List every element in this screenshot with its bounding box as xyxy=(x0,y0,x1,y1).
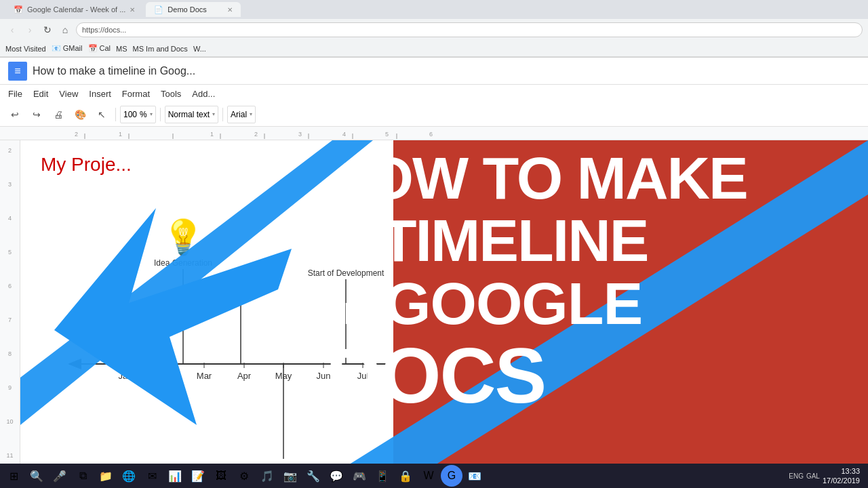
tab-calendar-close[interactable]: ✕ xyxy=(130,6,135,14)
docs-toolbar: ↩ ↪ 🖨 🎨 ↖ 100% ▾ Normal text ▾ Arial ▾ xyxy=(0,102,868,127)
menu-file[interactable]: File xyxy=(8,89,22,99)
browser-button[interactable]: 🌐 xyxy=(118,465,140,487)
menu-edit[interactable]: Edit xyxy=(33,89,48,99)
docs-header: ≡ How to make a timeline in Goog... xyxy=(0,58,868,85)
email-button[interactable]: 📧 xyxy=(464,465,486,487)
zoom-select[interactable]: 100% ▾ xyxy=(120,106,156,123)
app10-button[interactable]: 🔒 xyxy=(395,465,416,487)
menu-tools[interactable]: Tools xyxy=(161,89,181,99)
taskbar-layout: GAL xyxy=(806,472,820,480)
lightbulb-icon: 💡 xyxy=(162,217,205,258)
app7-button[interactable]: 💬 xyxy=(326,465,347,487)
redo-button[interactable]: ↪ xyxy=(27,105,46,124)
reload-button[interactable]: ↻ xyxy=(41,23,54,37)
bookmark-gmail[interactable]: 📧 GMail xyxy=(52,44,83,53)
doc-area: 2 3 4 5 6 7 8 9 10 11 12 My Proje... 💡 I… xyxy=(0,140,868,464)
address-text: https://docs... xyxy=(82,26,126,34)
menu-format[interactable]: Format xyxy=(122,89,150,99)
taskview-button[interactable]: ⧉ xyxy=(72,465,94,487)
svg-text:1: 1 xyxy=(210,131,214,138)
menu-addons[interactable]: Add... xyxy=(192,89,215,99)
toolbar-sep-2 xyxy=(160,108,161,121)
month-nov: Nov xyxy=(513,371,529,381)
calendar-tab-icon: 📅 xyxy=(14,5,23,14)
docs-menu-bar: File Edit View Insert Format Tools Add..… xyxy=(0,85,868,102)
month-dec: Dec xyxy=(552,371,568,381)
bookmark-most-visited[interactable]: Most Visited xyxy=(5,45,46,53)
svg-text:5: 5 xyxy=(385,131,389,138)
app6-button[interactable]: 🔧 xyxy=(302,465,324,487)
home-button[interactable]: ⌂ xyxy=(58,23,72,37)
font-select[interactable]: Arial ▾ xyxy=(227,106,256,123)
app1-button[interactable]: 📝 xyxy=(187,465,209,487)
month-feb: Feb xyxy=(157,371,172,381)
taskbar-right: ENG GAL 13:33 17/02/2019 xyxy=(789,466,865,486)
bookmark-w[interactable]: W... xyxy=(193,45,206,53)
idea-selection-label: Idea Selection xyxy=(215,279,267,288)
svg-text:2: 2 xyxy=(254,131,258,138)
app8-button[interactable]: 🎮 xyxy=(349,465,370,487)
app2-button[interactable]: 🖼 xyxy=(210,465,232,487)
back-button[interactable]: ‹ xyxy=(5,23,19,37)
tab-bar: 📅 Google Calendar - Week of ... ✕ 📄 Demo… xyxy=(0,0,868,19)
style-arrow: ▾ xyxy=(212,111,215,117)
document-title: My Proje... xyxy=(41,154,848,176)
font-arrow: ▾ xyxy=(250,111,252,117)
bookmarks-bar: Most Visited 📧 GMail 📅 Cal MS MS Im and … xyxy=(0,41,868,57)
cursor-button[interactable]: ↖ xyxy=(92,105,111,124)
svg-text:2: 2 xyxy=(75,131,78,138)
doc-title[interactable]: How to make a timeline in Goog... xyxy=(33,65,860,77)
app5-button[interactable]: 📷 xyxy=(279,465,301,487)
search-button[interactable]: 🔍 xyxy=(26,465,47,487)
ruler-marks: 2 1 1 2 3 4 5 6 xyxy=(34,127,868,140)
bookmark-ms[interactable]: MS xyxy=(116,45,127,53)
start-button[interactable]: ⊞ xyxy=(3,465,24,487)
app3-button[interactable]: ⚙ xyxy=(233,465,255,487)
zoom-arrow: ▾ xyxy=(150,111,153,117)
mail-button[interactable]: ✉ xyxy=(141,465,163,487)
menu-view[interactable]: View xyxy=(59,89,78,99)
style-select[interactable]: Normal text ▾ xyxy=(165,106,218,123)
tab-docs-close[interactable]: ✕ xyxy=(227,6,233,14)
taskbar-lang: ENG xyxy=(789,472,804,480)
svg-text:3: 3 xyxy=(298,131,302,138)
tab-docs[interactable]: 📄 Demo Docs ✕ xyxy=(146,2,241,17)
docs-logo: ≡ xyxy=(8,62,27,81)
office-button[interactable]: 📊 xyxy=(164,465,186,487)
svg-text:6: 6 xyxy=(429,131,433,138)
print-button[interactable]: 🖨 xyxy=(49,105,68,124)
chrome-button[interactable]: G xyxy=(441,465,462,487)
address-bar[interactable]: https://docs... xyxy=(76,22,863,37)
month-aug: Aug xyxy=(394,371,410,381)
idea-generation-label: Idea Generation xyxy=(154,258,212,268)
tab-calendar-label: Google Calendar - Week of ... xyxy=(27,5,125,14)
doc-page: My Proje... 💡 Idea Generation Idea Selec… xyxy=(20,140,868,464)
ruler: 2 1 1 2 3 4 5 6 xyxy=(0,127,868,140)
app4-button[interactable]: 🎵 xyxy=(256,465,278,487)
paint-format-button[interactable]: 🎨 xyxy=(71,105,90,124)
explorer-button[interactable]: 📁 xyxy=(95,465,117,487)
word-button[interactable]: W xyxy=(418,465,439,487)
font-label: Arial xyxy=(231,110,247,119)
axis-left-arrow xyxy=(68,359,81,369)
bookmark-cal[interactable]: 📅 Cal xyxy=(88,44,111,53)
end-b-label: End of B... xyxy=(429,285,467,295)
month-jul: Jul xyxy=(357,371,369,381)
axis-right-end xyxy=(556,359,570,369)
month-sep: Sep xyxy=(433,371,449,381)
style-label: Normal text xyxy=(168,110,210,119)
tab-calendar[interactable]: 📅 Google Calendar - Week of ... ✕ xyxy=(5,2,143,17)
app9-button[interactable]: 📱 xyxy=(372,465,393,487)
undo-button[interactable]: ↩ xyxy=(5,105,24,124)
menu-insert[interactable]: Insert xyxy=(89,89,111,99)
start-dev-label: Start of Development xyxy=(308,268,384,278)
svg-text:4: 4 xyxy=(342,131,346,138)
forward-button[interactable]: › xyxy=(23,23,37,37)
docs-logo-icon: ≡ xyxy=(14,65,20,77)
taskbar: ⊞ 🔍 🎤 ⧉ 📁 🌐 ✉ 📊 📝 🖼 ⚙ 🎵 📷 🔧 💬 🎮 📱 🔒 W G … xyxy=(0,464,868,488)
taskbar-time: 13:33 17/02/2019 xyxy=(823,466,860,486)
bookmark-msim[interactable]: MS Im and Docs xyxy=(133,45,188,53)
svg-text:1: 1 xyxy=(119,131,122,138)
toolbar-sep-1 xyxy=(115,108,116,121)
cortana-button[interactable]: 🎤 xyxy=(49,465,71,487)
